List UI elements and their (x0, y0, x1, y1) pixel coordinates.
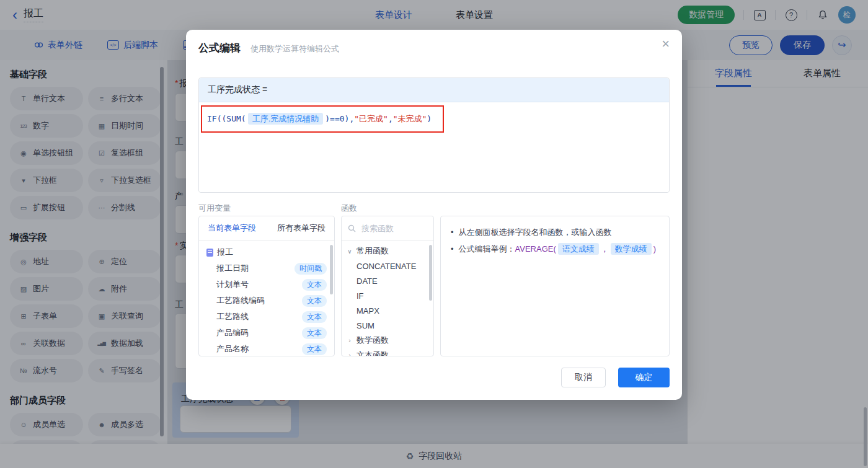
variable-row[interactable]: 产品名称文本 (199, 341, 334, 356)
variable-row[interactable]: 工艺路线文本 (199, 309, 334, 325)
formula-code: IF((SUM( (207, 114, 246, 123)
variable-type-tag: 文本 (302, 343, 327, 355)
function-item[interactable]: MAPX (342, 303, 433, 318)
functions-scrollbar[interactable] (429, 245, 432, 301)
formula-string: "已完成" (354, 114, 388, 123)
help-line-2: 公式编辑举例：AVERAGE(语文成绩，数学成绩) (451, 241, 659, 257)
variable-row[interactable]: 计划单号文本 (199, 276, 334, 293)
variable-root-label: 报工 (217, 247, 233, 258)
formula-code: ) (427, 114, 432, 123)
tab-current-form-fields[interactable]: 当前表单字段 (208, 223, 256, 234)
modal-header: 公式编辑 使用数学运算符编辑公式 (198, 41, 339, 55)
function-group-label: 常用函数 (356, 245, 389, 257)
variable-name: 工艺路线编码 (199, 295, 265, 306)
form-file-icon (206, 249, 213, 257)
chevron-right-icon: › (347, 352, 353, 357)
help-comma: ， (601, 244, 609, 254)
help-line-1: 从左侧面板选择字段名和函数，或输入函数 (451, 224, 659, 241)
tab-all-form-fields[interactable]: 所有表单字段 (277, 223, 326, 234)
variable-row[interactable]: 工艺路线编码文本 (199, 293, 334, 309)
variable-type-tag: 文本 (302, 311, 327, 323)
formula-expression[interactable]: IF((SUM(工序.完成情况辅助)==0),"已完成","未完成") (207, 113, 432, 125)
variable-name: 计划单号 (199, 279, 249, 290)
variables-tabs: 当前表单字段 所有表单字段 (199, 216, 334, 241)
formula-code: )==0), (325, 114, 354, 123)
function-item[interactable]: DATE (342, 273, 433, 288)
function-group-text[interactable]: › 文本函数 (342, 348, 433, 356)
confirm-button[interactable]: 确定 (618, 368, 670, 387)
function-item[interactable]: SUM (342, 318, 433, 333)
function-group-label: 数学函数 (356, 335, 389, 346)
field-chip[interactable]: 工序.完成情况辅助 (248, 113, 324, 125)
function-search (342, 216, 433, 241)
variable-type-tag: 时间戳 (294, 263, 327, 275)
variables-section-label: 可用变量 (198, 203, 231, 214)
formula-input-area[interactable]: IF((SUM(工序.完成情况辅助)==0),"已完成","未完成") (199, 102, 669, 192)
functions-panel: ∨ 常用函数 CONCATENATE DATE IF MAPX SUM › 数学… (341, 216, 434, 356)
help-close-paren: ) (653, 244, 656, 254)
formula-code: , (388, 114, 393, 123)
help-example-prefix: 公式编辑举例： (459, 244, 515, 254)
app-window: ‹ 报工 表单设计 表单设置 数据管理 A ? 检 表单外链 </> 后端脚本 (0, 0, 868, 468)
function-item[interactable]: CONCATENATE (342, 258, 433, 273)
variable-type-tag: 文本 (302, 279, 327, 291)
variable-name: 工艺路线 (199, 311, 249, 322)
variable-name: 产品编码 (199, 327, 249, 338)
cancel-button[interactable]: 取消 (561, 368, 606, 387)
function-group-label: 文本函数 (356, 350, 389, 356)
example-field-chip: 数学成绩 (611, 243, 652, 255)
function-item[interactable]: IF (342, 288, 433, 303)
variable-name: 产品名称 (199, 343, 249, 355)
formula-editor-modal: 公式编辑 使用数学运算符编辑公式 × 工序完成状态 = IF((SUM(工序.完… (186, 30, 682, 400)
variable-row[interactable]: 报工日期时间戳 (199, 260, 334, 276)
help-function-token: AVERAGE( (515, 244, 556, 254)
formula-editor-box: 工序完成状态 = IF((SUM(工序.完成情况辅助)==0),"已完成","未… (198, 77, 670, 193)
function-group-math[interactable]: › 数学函数 (342, 333, 433, 348)
formula-string: "未完成" (393, 114, 427, 123)
variable-name: 报工日期 (199, 263, 249, 274)
variable-type-tag: 文本 (302, 295, 327, 307)
formula-target-label: 工序完成状态 = (208, 84, 267, 95)
modal-title: 公式编辑 (198, 41, 241, 55)
help-panel: 从左侧面板选择字段名和函数，或输入函数 公式编辑举例：AVERAGE(语文成绩，… (440, 216, 670, 356)
formula-target-bar: 工序完成状态 = (199, 78, 669, 102)
variable-root-node[interactable]: 报工 (199, 244, 334, 260)
variable-row[interactable]: 产品编码文本 (199, 325, 334, 341)
search-icon (348, 224, 356, 232)
variables-scrollbar[interactable] (330, 245, 333, 294)
close-icon[interactable]: × (662, 37, 670, 51)
variable-type-tag: 文本 (302, 327, 327, 339)
example-field-chip: 语文成绩 (558, 243, 599, 255)
chevron-down-icon: ∨ (347, 248, 353, 255)
variables-panel: 当前表单字段 所有表单字段 报工 报工日期时间戳 计划单号文本 工艺路线编码文本… (198, 216, 335, 356)
function-search-input[interactable] (360, 223, 422, 234)
function-group-common[interactable]: ∨ 常用函数 (342, 244, 433, 258)
functions-section-label: 函数 (341, 203, 357, 214)
chevron-right-icon: › (347, 337, 353, 344)
annotation-highlight-box: IF((SUM(工序.完成情况辅助)==0),"已完成","未完成") (201, 105, 444, 133)
modal-subtitle: 使用数学运算符编辑公式 (250, 43, 339, 55)
